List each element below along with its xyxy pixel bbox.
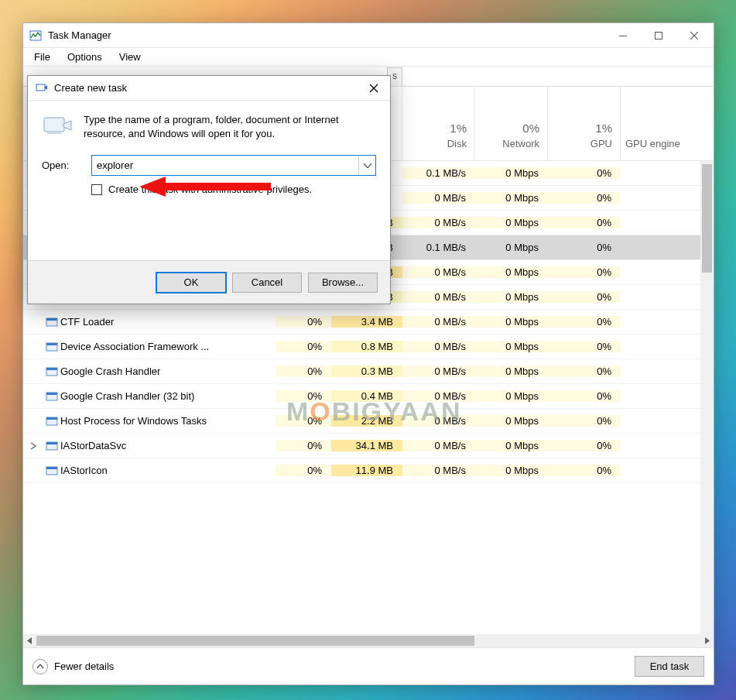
svg-rect-29	[36, 84, 45, 91]
process-row[interactable]: CTF Loader0%3.4 MB0 MB/s0 Mbps0%	[23, 310, 714, 335]
admin-privileges-checkbox[interactable]	[91, 184, 102, 195]
disk-cell: 0.1 MB/s	[402, 167, 475, 179]
process-icon	[43, 465, 60, 477]
open-combobox[interactable]	[91, 155, 376, 176]
gpu-cell: 0%	[548, 440, 621, 451]
cpu-cell: 0%	[276, 415, 331, 427]
menu-view[interactable]: View	[116, 50, 144, 64]
dialog-title: Create new task	[54, 82, 362, 94]
gpu-label: GPU	[591, 138, 612, 149]
combobox-dropdown-icon[interactable]	[358, 156, 375, 175]
disk-usage-pct: 1%	[450, 122, 467, 135]
network-cell: 0 Mbps	[475, 266, 548, 278]
gpu-cell: 0%	[548, 465, 621, 476]
svg-rect-22	[46, 393, 57, 395]
disk-cell: 0.1 MB/s	[402, 242, 475, 253]
vertical-scrollbar[interactable]	[700, 161, 714, 634]
disk-cell: 0 MB/s	[402, 316, 475, 328]
process-row[interactable]: Google Crash Handler (32 bit)0%0.4 MB0 M…	[23, 384, 714, 409]
open-input[interactable]	[92, 156, 358, 175]
menu-options[interactable]: Options	[64, 50, 105, 64]
expand-chevron-icon[interactable]	[23, 442, 43, 450]
window-title: Task Manager	[48, 29, 111, 41]
cpu-cell: 0%	[276, 440, 331, 451]
gpu-cell: 0%	[548, 415, 621, 427]
create-new-task-dialog: Create new task Type the name of a progr…	[27, 75, 391, 304]
disk-cell: 0 MB/s	[402, 390, 475, 402]
disk-cell: 0 MB/s	[402, 415, 475, 427]
cancel-button[interactable]: Cancel	[232, 273, 302, 293]
gpu-cell: 0%	[548, 242, 621, 253]
admin-privileges-label: Create this task with administrative pri…	[108, 184, 312, 195]
process-name: IAStorIcon	[60, 465, 276, 476]
disk-cell: 0 MB/s	[402, 465, 475, 476]
process-row[interactable]: Host Process for Windows Tasks0%2.2 MB0 …	[23, 409, 714, 434]
menu-file[interactable]: File	[31, 50, 53, 64]
disk-cell: 0 MB/s	[402, 341, 475, 352]
process-icon	[43, 365, 60, 378]
col-disk-header[interactable]: 1% Disk	[402, 87, 475, 160]
network-cell: 0 Mbps	[475, 291, 548, 303]
process-row[interactable]: Device Association Framework ...0%0.8 MB…	[23, 335, 714, 359]
process-name: IAStorDataSvc	[60, 440, 276, 451]
memory-cell: 2.2 MB	[331, 415, 402, 427]
process-row[interactable]: IAStorDataSvc0%34.1 MB0 MB/s0 Mbps0%	[23, 434, 714, 458]
disk-cell: 0 MB/s	[402, 192, 475, 204]
dialog-titlebar[interactable]: Create new task	[28, 76, 390, 101]
dialog-button-row: OK Cancel Browse...	[28, 260, 390, 304]
col-gpu-engine-header[interactable]: GPU engine	[621, 87, 714, 160]
process-icon	[43, 390, 60, 403]
process-name: CTF Loader	[60, 316, 276, 328]
process-row[interactable]: Google Crash Handler0%0.3 MB0 MB/s0 Mbps…	[23, 359, 714, 384]
fewer-details-toggle[interactable]: Fewer details	[33, 659, 635, 674]
cpu-cell: 0%	[276, 465, 331, 476]
scroll-right-icon[interactable]	[700, 634, 714, 647]
memory-cell: 0.3 MB	[331, 365, 402, 377]
network-cell: 0 Mbps	[475, 390, 548, 402]
gpu-cell: 0%	[548, 341, 621, 352]
task-manager-icon	[29, 29, 42, 42]
gpu-cell: 0%	[548, 217, 621, 228]
close-button[interactable]	[676, 24, 712, 47]
end-task-button[interactable]: End task	[635, 656, 704, 677]
memory-cell: 11.9 MB	[331, 465, 402, 476]
cpu-cell: 0%	[276, 390, 331, 402]
network-usage-pct: 0%	[522, 122, 539, 135]
col-gpu-header[interactable]: 1% GPU	[548, 87, 621, 160]
scroll-left-icon[interactable]	[23, 634, 36, 647]
network-label: Network	[502, 138, 539, 149]
svg-rect-30	[44, 118, 64, 132]
process-icon	[43, 316, 60, 328]
process-icon	[43, 415, 60, 427]
maximize-button[interactable]	[641, 24, 676, 47]
process-name: Google Crash Handler	[60, 365, 276, 377]
network-cell: 0 Mbps	[475, 341, 548, 352]
browse-button[interactable]: Browse...	[308, 273, 378, 293]
svg-rect-24	[46, 417, 57, 420]
minimize-button[interactable]	[605, 24, 641, 47]
svg-rect-16	[46, 318, 57, 321]
svg-rect-26	[46, 442, 57, 444]
svg-rect-28	[46, 467, 57, 469]
disk-cell: 0 MB/s	[402, 365, 475, 377]
run-big-icon	[42, 113, 73, 141]
menubar: File Options View	[23, 48, 714, 67]
open-label: Open:	[42, 160, 80, 171]
dialog-close-button[interactable]	[362, 78, 385, 98]
cpu-cell: 0%	[276, 365, 331, 377]
process-row[interactable]: IAStorIcon0%11.9 MB0 MB/s0 Mbps0%	[23, 458, 714, 483]
gpu-cell: 0%	[548, 291, 621, 303]
titlebar[interactable]: Task Manager	[23, 23, 714, 48]
memory-cell: 0.8 MB	[331, 341, 402, 352]
ok-button[interactable]: OK	[156, 273, 226, 293]
memory-cell: 34.1 MB	[331, 440, 402, 451]
horizontal-scrollbar[interactable]	[23, 634, 714, 647]
network-cell: 0 Mbps	[475, 167, 548, 179]
run-dialog-icon	[36, 82, 48, 94]
disk-cell: 0 MB/s	[402, 291, 475, 303]
gpu-cell: 0%	[548, 316, 621, 328]
col-network-header[interactable]: 0% Network	[475, 87, 548, 160]
footer: Fewer details End task	[23, 647, 714, 685]
svg-rect-31	[47, 132, 61, 134]
network-cell: 0 Mbps	[475, 242, 548, 253]
